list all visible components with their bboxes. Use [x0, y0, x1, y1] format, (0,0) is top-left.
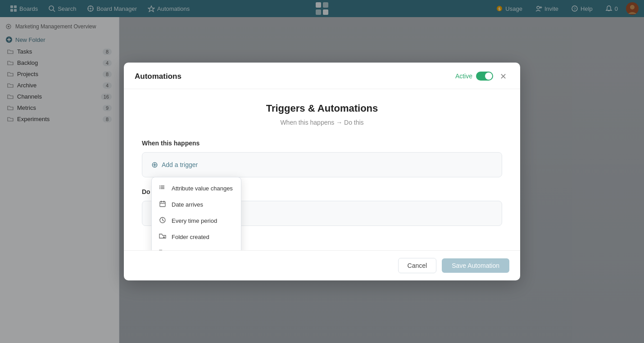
dropdown-item-every-time-period[interactable]: Every time period — [152, 212, 241, 229]
automations-modal: Automations ✕ Active Triggers & Automati… — [124, 63, 520, 280]
svg-line-41 — [163, 220, 164, 221]
modal-title: Automations — [135, 72, 181, 81]
automation-title: Triggers & Automations — [266, 103, 378, 114]
automation-subtitle: When this happens → Do this — [280, 119, 363, 126]
add-trigger-button[interactable]: ⊕ Add a trigger Attribute value changes … — [142, 152, 502, 177]
modal-body: Triggers & Automations When this happens… — [124, 89, 520, 250]
dropdown-item-item-deleted[interactable]: Item deleted — [152, 245, 241, 250]
dropdown-item-attribute-value-changes[interactable]: Attribute value changes — [152, 180, 241, 196]
calendar-icon — [159, 200, 167, 208]
svg-rect-35 — [160, 202, 165, 207]
toggle-knob — [485, 72, 492, 80]
list-icon — [159, 184, 167, 192]
when-section: When this happens ⊕ Add a trigger Attrib… — [142, 140, 502, 177]
active-toggle-section: Active — [455, 72, 493, 81]
modal-close-button[interactable]: ✕ — [497, 71, 509, 82]
dropdown-item-folder-created[interactable]: Folder created — [152, 229, 241, 245]
folder-plus-icon — [159, 233, 167, 241]
active-toggle-switch[interactable] — [476, 72, 493, 81]
trigger-plus-icon: ⊕ — [151, 160, 158, 170]
modal-overlay: Automations ✕ Active Triggers & Automati… — [0, 0, 644, 343]
save-automation-button[interactable]: Save Automation — [442, 258, 509, 273]
active-label: Active — [455, 72, 472, 80]
dropdown-item-date-arrives[interactable]: Date arrives — [152, 196, 241, 212]
trigger-dropdown-menu: Attribute value changes Date arrives Eve… — [151, 177, 241, 250]
add-trigger-label: Add a trigger — [162, 161, 198, 168]
automation-header: Triggers & Automations When this happens… — [142, 103, 502, 126]
clock-icon — [159, 217, 167, 225]
when-section-label: When this happens — [142, 140, 502, 147]
cancel-button[interactable]: Cancel — [398, 258, 437, 273]
modal-footer: Cancel Save Automation — [124, 250, 520, 280]
folder-x-icon — [159, 249, 167, 250]
